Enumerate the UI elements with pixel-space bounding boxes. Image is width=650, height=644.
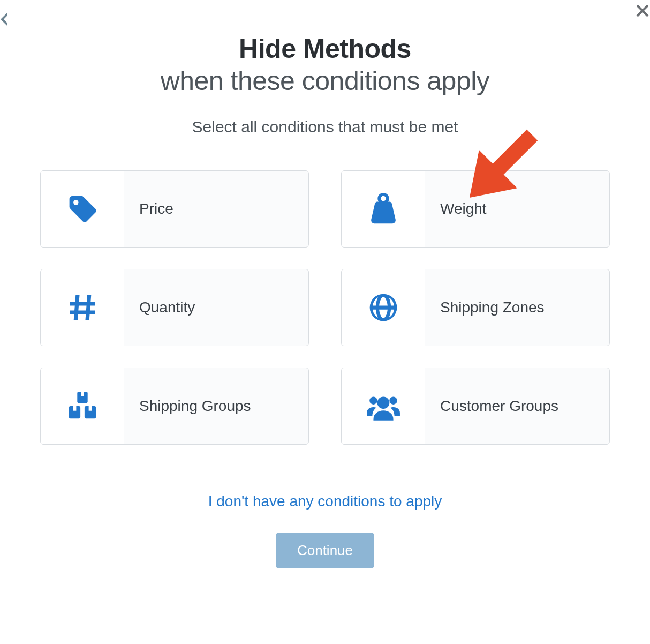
condition-label: Quantity — [139, 299, 195, 316]
modal-title-bold: Hide Methods — [31, 33, 619, 64]
continue-button[interactable]: Continue — [276, 533, 374, 568]
svg-point-11 — [369, 396, 377, 404]
svg-rect-7 — [73, 406, 76, 411]
hash-icon — [41, 269, 124, 346]
condition-card-price[interactable]: Price — [40, 170, 309, 248]
tag-icon — [41, 171, 124, 247]
condition-card-customer-groups[interactable]: Customer Groups — [341, 368, 610, 445]
weight-icon — [342, 171, 425, 247]
boxes-icon — [41, 368, 124, 444]
modal-title-light: when these conditions apply — [31, 65, 619, 96]
condition-card-weight[interactable]: Weight — [341, 170, 610, 248]
condition-label: Customer Groups — [440, 398, 558, 415]
svg-rect-9 — [88, 406, 92, 411]
hide-methods-modal: Hide Methods when these conditions apply… — [31, 0, 619, 568]
condition-label: Shipping Groups — [139, 398, 251, 415]
svg-rect-5 — [81, 392, 84, 396]
condition-label: Price — [139, 200, 173, 218]
svg-point-10 — [377, 396, 389, 409]
no-conditions-link[interactable]: I don't have any conditions to apply — [208, 493, 442, 510]
condition-label: Shipping Zones — [440, 299, 545, 316]
svg-point-12 — [389, 396, 397, 404]
globe-icon — [342, 269, 425, 346]
conditions-grid: Price Weight Quantity Shipping Zones — [40, 170, 610, 445]
condition-card-quantity[interactable]: Quantity — [40, 269, 309, 346]
svg-point-3 — [379, 194, 388, 203]
modal-subtitle: Select all conditions that must be met — [31, 118, 619, 136]
svg-point-2 — [73, 200, 78, 205]
users-icon — [342, 368, 425, 444]
close-icon[interactable] — [635, 3, 650, 18]
condition-card-shipping-groups[interactable]: Shipping Groups — [40, 368, 309, 445]
condition-card-shipping-zones[interactable]: Shipping Zones — [341, 269, 610, 346]
back-arrow-icon[interactable] — [0, 11, 7, 28]
condition-label: Weight — [440, 200, 487, 218]
